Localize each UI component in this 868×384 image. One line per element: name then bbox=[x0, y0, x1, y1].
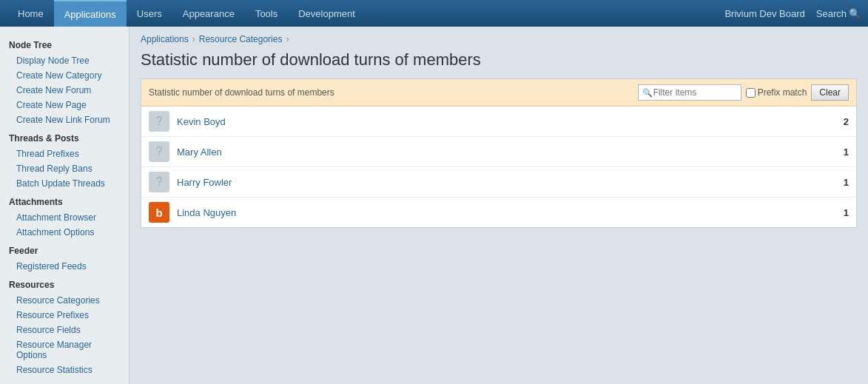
filter-search-icon: 🔍 bbox=[642, 88, 653, 98]
member-count-mary-allen: 1 bbox=[834, 146, 849, 158]
sidebar-item-create-new-link-forum[interactable]: Create New Link Forum bbox=[0, 112, 129, 127]
table-header-bar: Statistic number of download turns of me… bbox=[141, 79, 856, 107]
sidebar-item-resource-fields[interactable]: Resource Fields bbox=[0, 323, 129, 337]
nav-development[interactable]: Development bbox=[288, 0, 366, 27]
prefix-match-label[interactable]: Prefix match bbox=[746, 87, 807, 98]
member-row: ? Mary Allen 1 bbox=[141, 137, 856, 167]
member-row: b Linda Nguyen 1 bbox=[141, 198, 856, 227]
sidebar-section-threads-posts: Threads & Posts bbox=[0, 127, 129, 146]
member-name-kevin-boyd[interactable]: Kevin Boyd bbox=[177, 116, 834, 127]
member-name-mary-allen[interactable]: Mary Allen bbox=[177, 146, 834, 158]
member-name-harry-fowler[interactable]: Harry Fowler bbox=[177, 177, 834, 188]
sidebar-section-attachments: Attachments bbox=[0, 191, 129, 210]
breadcrumb: Applications › Resource Categories › bbox=[141, 34, 857, 44]
sidebar-item-create-new-forum[interactable]: Create New Forum bbox=[0, 83, 129, 98]
breadcrumb-resource-categories[interactable]: Resource Categories bbox=[199, 34, 283, 44]
nav-items: Home Applications Users Appearance Tools… bbox=[7, 0, 724, 27]
sidebar-item-resource-manager-options[interactable]: Resource Manager Options bbox=[0, 337, 129, 363]
table-filter-area: 🔍 Prefix match Clear bbox=[638, 84, 849, 101]
sidebar-item-resource-statistics[interactable]: Resource Statistics bbox=[0, 363, 129, 377]
sidebar-item-display-node-tree[interactable]: Display Node Tree bbox=[0, 53, 129, 68]
avatar-kevin-boyd: ? bbox=[149, 111, 169, 132]
avatar-mary-allen: ? bbox=[149, 141, 169, 162]
avatar-placeholder-icon: ? bbox=[156, 115, 163, 128]
prefix-match-checkbox[interactable] bbox=[746, 88, 756, 98]
avatar-placeholder-icon: ? bbox=[156, 145, 163, 158]
sidebar: Node Tree Display Node Tree Create New C… bbox=[0, 27, 129, 384]
sidebar-item-resource-prefixes[interactable]: Resource Prefixes bbox=[0, 308, 129, 323]
member-count-kevin-boyd: 2 bbox=[834, 116, 849, 127]
nav-tools[interactable]: Tools bbox=[245, 0, 288, 27]
avatar-letter: b bbox=[155, 206, 162, 219]
sidebar-item-batch-update-threads[interactable]: Batch Update Threads bbox=[0, 176, 129, 191]
table-header-text: Statistic number of download turns of me… bbox=[149, 87, 334, 98]
page-title: Statistic number of download turns of me… bbox=[141, 50, 857, 70]
member-name-linda-nguyen[interactable]: Linda Nguyen bbox=[177, 207, 834, 218]
main-content: Applications › Resource Categories › Sta… bbox=[129, 27, 868, 384]
member-row: ? Kevin Boyd 2 bbox=[141, 107, 856, 137]
clear-button[interactable]: Clear bbox=[811, 84, 849, 101]
search-link[interactable]: Search 🔍 bbox=[816, 8, 861, 19]
member-count-harry-fowler: 1 bbox=[834, 177, 849, 188]
sidebar-item-registered-feeds[interactable]: Registered Feeds bbox=[0, 259, 129, 274]
sidebar-item-create-new-category[interactable]: Create New Category bbox=[0, 68, 129, 83]
sidebar-item-attachment-browser[interactable]: Attachment Browser bbox=[0, 210, 129, 225]
sidebar-section-node-tree: Node Tree bbox=[0, 34, 129, 53]
search-icon: 🔍 bbox=[849, 8, 861, 19]
member-count-linda-nguyen: 1 bbox=[834, 207, 849, 218]
nav-home[interactable]: Home bbox=[7, 0, 54, 27]
main-layout: Node Tree Display Node Tree Create New C… bbox=[0, 27, 868, 384]
nav-right: Brivium Dev Board Search 🔍 bbox=[724, 8, 861, 19]
top-navigation: Home Applications Users Appearance Tools… bbox=[0, 0, 868, 27]
prefix-match-text: Prefix match bbox=[758, 87, 807, 98]
sidebar-item-attachment-options[interactable]: Attachment Options bbox=[0, 225, 129, 240]
avatar-linda-nguyen: b bbox=[149, 202, 169, 223]
sidebar-section-resources: Resources bbox=[0, 274, 129, 293]
sidebar-item-create-new-page[interactable]: Create New Page bbox=[0, 98, 129, 112]
breadcrumb-sep-1: › bbox=[192, 34, 195, 44]
sidebar-item-thread-reply-bans[interactable]: Thread Reply Bans bbox=[0, 161, 129, 176]
nav-appearance[interactable]: Appearance bbox=[172, 0, 245, 27]
avatar-harry-fowler: ? bbox=[149, 172, 169, 192]
nav-applications[interactable]: Applications bbox=[54, 0, 127, 27]
breadcrumb-applications[interactable]: Applications bbox=[141, 34, 189, 44]
filter-input[interactable] bbox=[638, 84, 741, 101]
avatar-placeholder-icon: ? bbox=[156, 175, 163, 189]
sidebar-item-resource-categories[interactable]: Resource Categories bbox=[0, 293, 129, 308]
sidebar-section-feeder: Feeder bbox=[0, 240, 129, 259]
site-name: Brivium Dev Board bbox=[724, 8, 804, 19]
search-label: Search bbox=[816, 8, 847, 19]
members-table-container: Statistic number of download turns of me… bbox=[141, 78, 857, 228]
nav-users[interactable]: Users bbox=[127, 0, 172, 27]
breadcrumb-sep-2: › bbox=[286, 34, 289, 44]
filter-input-wrapper: 🔍 bbox=[638, 84, 741, 101]
member-row: ? Harry Fowler 1 bbox=[141, 167, 856, 198]
sidebar-item-thread-prefixes[interactable]: Thread Prefixes bbox=[0, 146, 129, 161]
